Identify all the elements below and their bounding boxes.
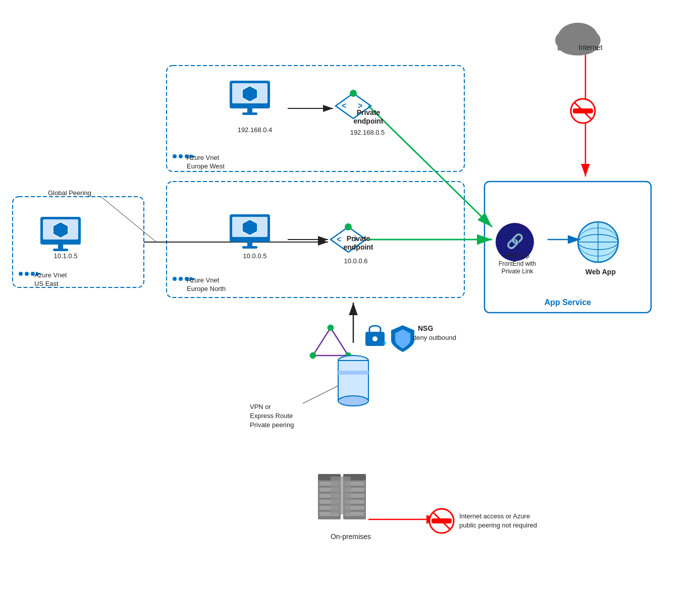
svg-rect-61: [319, 500, 339, 504]
svg-rect-65: [343, 479, 366, 519]
svg-point-34: [578, 222, 618, 262]
svg-rect-59: [319, 488, 339, 492]
svg-line-42: [574, 102, 591, 120]
monitor-us-east: [40, 217, 81, 251]
svg-point-36: [578, 234, 618, 250]
svg-point-74: [173, 154, 177, 158]
svg-rect-66: [345, 482, 364, 486]
svg-point-31: [345, 223, 352, 230]
svg-point-49: [310, 352, 316, 359]
svg-marker-46: [313, 328, 348, 356]
vpn-label: VPN orExpress RoutePrivate peering: [250, 402, 294, 430]
svg-point-48: [345, 352, 351, 359]
svg-rect-62: [319, 506, 339, 510]
svg-rect-50: [365, 332, 385, 346]
vnet-europe-north-label: Azure VnetEurope North: [187, 276, 226, 293]
svg-rect-54: [338, 361, 368, 401]
monitor-europe-west: [230, 81, 270, 115]
svg-rect-13: [242, 112, 257, 115]
svg-rect-58: [319, 482, 339, 486]
svg-point-47: [328, 325, 334, 331]
on-premises-label: On-premises: [318, 532, 384, 541]
svg-point-78: [173, 277, 177, 281]
global-peering-label: Global Peering: [48, 189, 91, 198]
svg-point-55: [338, 396, 368, 406]
svg-marker-21: [53, 222, 68, 238]
vm1-ip: 192.168.0.4: [230, 126, 280, 135]
svg-rect-67: [345, 488, 364, 492]
svg-rect-69: [345, 500, 364, 504]
pe2-label: Privateendpoint: [333, 234, 384, 252]
svg-rect-23: [53, 249, 68, 251]
svg-point-43: [429, 509, 454, 533]
triangle-network-icon: [310, 325, 351, 359]
svg-point-79: [179, 277, 183, 281]
svg-rect-15: [232, 217, 267, 237]
svg-marker-16: [242, 219, 257, 235]
vm-east-ip: 10.1.0.5: [40, 252, 91, 261]
vm2-ip: 10.0.0.5: [230, 252, 280, 261]
svg-point-51: [372, 336, 378, 341]
nsg-deny-label: deny outbound: [413, 334, 456, 342]
webapp-globe-icon: [578, 222, 618, 262]
internet-access-note: Internet access or Azurepublic peering n…: [459, 512, 537, 530]
nsg-label: NSG: [418, 324, 433, 333]
svg-rect-20: [43, 219, 78, 240]
pe1-label: Privateendpoint: [343, 108, 394, 126]
svg-rect-19: [40, 217, 81, 245]
monitor-europe-north: [230, 214, 270, 249]
svg-point-37: [578, 228, 618, 256]
app-service-box: [484, 182, 651, 313]
lock-vpn-icon: +: [365, 326, 387, 347]
svg-rect-14: [230, 214, 270, 242]
svg-rect-18: [242, 246, 257, 249]
svg-rect-41: [573, 108, 593, 113]
svg-rect-68: [345, 494, 364, 498]
svg-line-45: [433, 512, 450, 529]
vpn-label-line: [303, 383, 343, 403]
svg-rect-71: [345, 512, 364, 516]
svg-point-75: [179, 154, 183, 158]
app-service-label: App Service: [484, 298, 651, 308]
svg-point-27: [350, 90, 357, 97]
svg-rect-17: [247, 242, 252, 247]
svg-point-35: [578, 222, 618, 262]
diagram-container: < > < > 🔗: [0, 0, 700, 591]
svg-rect-63: [319, 512, 339, 516]
global-peering-line: [101, 197, 156, 242]
no-entry-onprem: [429, 509, 454, 533]
svg-point-53: [338, 356, 368, 366]
svg-rect-73: [331, 477, 351, 514]
svg-rect-22: [58, 245, 63, 250]
svg-rect-72: [343, 474, 366, 480]
svg-rect-10: [232, 83, 267, 103]
svg-rect-9: [230, 81, 270, 108]
nsg-shield-icon: [391, 325, 414, 352]
svg-marker-11: [242, 86, 257, 102]
svg-rect-60: [319, 494, 339, 498]
svg-point-82: [19, 272, 23, 276]
vnet-europe-west-label: Azure VnetEurope West: [187, 154, 225, 171]
svg-text:🔗: 🔗: [506, 233, 524, 250]
no-entry-internet: [571, 99, 595, 123]
svg-point-83: [25, 272, 29, 276]
pe2-ip: 10.0.0.6: [331, 257, 381, 266]
web-app-label: Web App: [575, 267, 626, 276]
svg-rect-56: [338, 371, 368, 375]
vnet-us-east-box: [13, 197, 144, 287]
vpn-cylinder: [338, 356, 368, 406]
svg-point-40: [571, 99, 595, 123]
svg-rect-57: [318, 479, 341, 519]
diagram-svg: < > < > 🔗: [0, 0, 700, 591]
pe1-ip: 192.168.0.5: [337, 129, 398, 137]
web-app-frontend-label: Web AppFrontEnd withPrivate Link: [487, 252, 548, 276]
svg-rect-44: [432, 518, 452, 523]
internet-label: Internet: [560, 43, 621, 52]
svg-rect-70: [345, 506, 364, 510]
vnet-us-east-label: Azure VnetUS East: [34, 271, 67, 288]
svg-rect-64: [318, 474, 341, 480]
svg-rect-12: [247, 108, 252, 113]
svg-text:+: +: [383, 339, 387, 347]
onprem-servers: [318, 474, 366, 519]
